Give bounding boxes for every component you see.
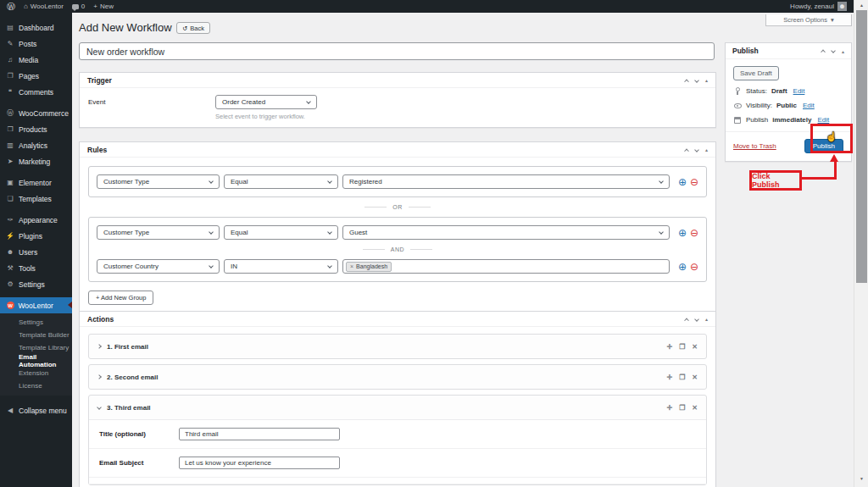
- add-rule-button[interactable]: ⊕: [678, 262, 687, 272]
- publish-panel-header[interactable]: Publish ▴: [726, 43, 851, 59]
- remove-tag-icon[interactable]: ×: [350, 263, 353, 269]
- move-down-icon[interactable]: [694, 317, 699, 322]
- wordpress-menu[interactable]: Ⓦ: [7, 1, 15, 13]
- add-rule-button[interactable]: ⊕: [678, 177, 687, 187]
- move-up-icon[interactable]: [684, 79, 689, 84]
- site-link[interactable]: ⌂ WooLentor: [24, 3, 64, 10]
- sidebar-item-templates[interactable]: ❏ Templates: [0, 191, 72, 207]
- sidebar-item-media[interactable]: ♫ Media: [0, 52, 72, 68]
- subject-field-input[interactable]: [179, 457, 340, 469]
- sidebar-item-posts[interactable]: ✎ Posts: [0, 36, 72, 52]
- rule-field-select[interactable]: Customer Type: [97, 225, 220, 240]
- move-up-icon[interactable]: [821, 50, 826, 55]
- rule-field-select[interactable]: Customer Country: [97, 259, 220, 274]
- rules-panel-header[interactable]: Rules ▴: [80, 142, 715, 158]
- move-down-icon[interactable]: [831, 48, 836, 53]
- drag-move-icon[interactable]: ✛: [666, 343, 672, 351]
- sidebar-item-comments[interactable]: ❝ Comments: [0, 84, 72, 100]
- sidebar-item-elementor[interactable]: ▣ Elementor: [0, 174, 72, 191]
- chevron-down-icon: [97, 405, 102, 410]
- back-button[interactable]: ↺ Back: [176, 22, 210, 34]
- rule-operator-select[interactable]: Equal: [224, 225, 338, 240]
- workflow-name-input[interactable]: [79, 42, 715, 60]
- edit-status-link[interactable]: Edit: [793, 87, 805, 95]
- comments-shortcut[interactable]: 0: [72, 3, 85, 10]
- add-rule-button[interactable]: ⊕: [678, 228, 687, 238]
- action-item-header[interactable]: 2. Second email ✛ ❐ ✕: [89, 365, 706, 389]
- sidebar-item-woolentor[interactable]: W WooLentor: [0, 297, 72, 313]
- submenu-item-license[interactable]: License: [0, 379, 72, 392]
- event-select-value: Order Created: [222, 98, 265, 106]
- move-down-icon[interactable]: [694, 78, 699, 83]
- delete-icon[interactable]: ✕: [692, 404, 698, 412]
- sidebar-item-marketing[interactable]: ➤ Marketing: [0, 153, 72, 169]
- sidebar-item-dashboard[interactable]: ▤ Dashboard: [0, 19, 72, 36]
- collapse-icon: ◀: [6, 407, 14, 414]
- sidebar-item-users[interactable]: ☻ Users: [0, 244, 72, 260]
- duplicate-icon[interactable]: ❐: [679, 343, 685, 351]
- drag-move-icon[interactable]: ✛: [666, 404, 672, 412]
- duplicate-icon[interactable]: ❐: [679, 404, 685, 412]
- sidebar-item-products[interactable]: ❒ Products: [0, 121, 72, 137]
- remove-rule-button[interactable]: ⊖: [690, 228, 698, 238]
- sidebar-item-appearance[interactable]: ✑ Appearance: [0, 212, 72, 228]
- vertical-scrollbar[interactable]: ▲ ▼: [854, 0, 868, 487]
- pages-icon: ❐: [6, 72, 14, 80]
- appearance-icon: ✑: [6, 216, 14, 224]
- sidebar-item-woocommerce[interactable]: Ⓦ WooCommerce: [0, 105, 72, 121]
- avatar[interactable]: ☻: [837, 2, 847, 11]
- rule-field-select[interactable]: Customer Type: [97, 174, 220, 189]
- sidebar-item-plugins[interactable]: ⚡ Plugins: [0, 228, 72, 244]
- trigger-panel-header[interactable]: Trigger ▴: [80, 73, 715, 88]
- toggle-panel-icon[interactable]: ▴: [842, 48, 844, 54]
- screen-options-button[interactable]: Screen Options ▾: [765, 14, 852, 26]
- rule-operator-select[interactable]: Equal: [224, 174, 338, 189]
- value-tag-bangladesh[interactable]: × Bangladesh: [346, 262, 392, 272]
- duplicate-icon[interactable]: ❐: [679, 374, 685, 381]
- actions-panel-header[interactable]: Actions ▴: [80, 312, 715, 327]
- submenu-item-template-builder[interactable]: Template Builder: [0, 329, 72, 341]
- howdy-user-link[interactable]: Howdy, zenaul: [790, 3, 834, 10]
- move-down-icon[interactable]: [694, 147, 699, 152]
- collapse-menu-button[interactable]: ◀ Collapse menu: [0, 402, 72, 418]
- add-new-group-button[interactable]: + Add New Group: [88, 291, 153, 305]
- scroll-down-arrow[interactable]: ▼: [854, 476, 868, 481]
- new-content-menu[interactable]: + New: [93, 3, 114, 10]
- save-draft-button[interactable]: Save Draft: [733, 66, 779, 80]
- sidebar-item-label: Pages: [19, 72, 39, 80]
- move-to-trash-link[interactable]: Move to Trash: [733, 142, 776, 150]
- toggle-panel-icon[interactable]: ▴: [705, 77, 708, 83]
- rule-operator-select[interactable]: IN: [224, 259, 338, 274]
- edit-schedule-link[interactable]: Edit: [818, 116, 830, 124]
- title-field-input[interactable]: [179, 428, 340, 440]
- sidebar-item-settings[interactable]: ⚙ Settings: [0, 276, 72, 292]
- subject-field-label: Email Subject: [99, 459, 179, 467]
- submenu-item-extension[interactable]: Extension: [0, 367, 72, 379]
- toggle-panel-icon[interactable]: ▴: [705, 316, 708, 322]
- toggle-panel-icon[interactable]: ▴: [705, 147, 708, 152]
- sidebar-item-analytics[interactable]: ▥ Analytics: [0, 137, 72, 153]
- sidebar-item-tools[interactable]: ⚒ Tools: [0, 260, 72, 276]
- remove-rule-button[interactable]: ⊖: [690, 177, 698, 187]
- remove-rule-button[interactable]: ⊖: [690, 262, 698, 272]
- rule-value-multiselect[interactable]: × Bangladesh: [342, 259, 670, 274]
- move-up-icon[interactable]: [684, 318, 689, 323]
- rules-panel: Rules ▴ Customer Type Equal Registered: [79, 141, 716, 314]
- event-select[interactable]: Order Created: [215, 95, 317, 109]
- rule-value-select[interactable]: Guest: [342, 225, 670, 240]
- rule-value-select[interactable]: Registered: [342, 174, 670, 189]
- action-item-header[interactable]: 3. Third email ✛ ❐ ✕: [89, 396, 706, 419]
- submenu-item-settings[interactable]: Settings: [0, 316, 72, 329]
- drag-move-icon[interactable]: ✛: [666, 374, 672, 381]
- action-item-header[interactable]: 1. First email ✛ ❐ ✕: [89, 335, 706, 358]
- edit-visibility-link[interactable]: Edit: [803, 102, 815, 109]
- delete-icon[interactable]: ✕: [692, 343, 698, 351]
- submenu-item-email-automation[interactable]: Email Automation: [0, 354, 72, 367]
- move-up-icon[interactable]: [684, 148, 689, 153]
- scrollbar-thumb[interactable]: [856, 10, 867, 283]
- scroll-up-arrow[interactable]: ▲: [854, 3, 868, 8]
- delete-icon[interactable]: ✕: [692, 374, 698, 381]
- action-item-label: 3. Third email: [107, 404, 151, 412]
- visibility-eye-icon: [734, 103, 742, 108]
- sidebar-item-pages[interactable]: ❐ Pages: [0, 68, 72, 84]
